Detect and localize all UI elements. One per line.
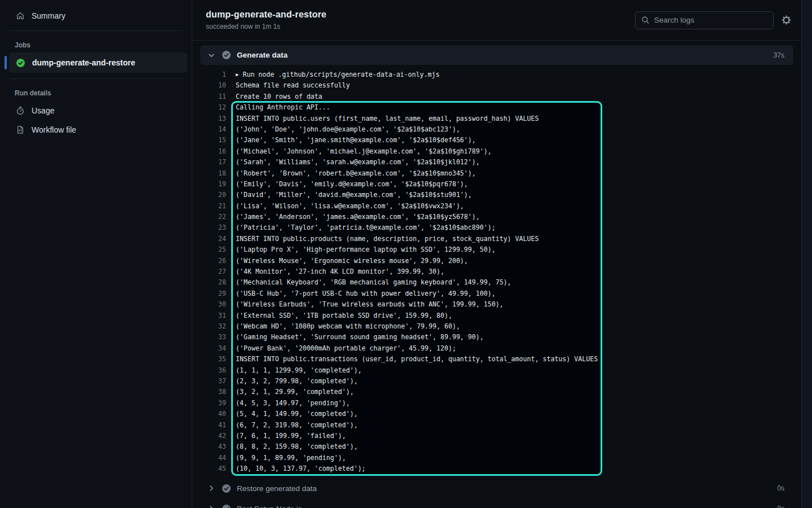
job-name: dump-generate-and-restore <box>32 58 135 67</box>
log-line-number[interactable]: 17 <box>200 157 231 168</box>
log-line-number[interactable]: 34 <box>200 343 231 354</box>
log-line-number[interactable]: 13 <box>200 113 231 124</box>
log-line-text: INSERT INTO public.products (name, descr… <box>231 234 539 244</box>
log-line-number[interactable]: 42 <box>200 431 231 441</box>
log-line-number[interactable]: 40 <box>200 409 231 419</box>
log-line: 31('External SSD', '1TB portable SSD dri… <box>200 310 793 321</box>
step-duration: 0s <box>777 505 784 508</box>
log-line: 30('Wireless Earbuds', 'True wireless ea… <box>200 299 793 310</box>
log-line: 26('Wireless Mouse', 'Ergonomic wireless… <box>200 256 793 266</box>
log-line-number[interactable]: 43 <box>200 441 231 452</box>
log-line-number[interactable]: 20 <box>200 190 231 200</box>
log-line-text: (8, 8, 2, 159.98, 'completed'), <box>231 441 358 452</box>
run-header: dump-generate-and-restore succeeded now … <box>192 0 801 41</box>
log-line-text: ('USB-C Hub', '7-port USB-C hub with pow… <box>231 288 496 299</box>
log-line: 19('Emily', 'Davis', 'emily.d@example.co… <box>200 179 793 190</box>
log-line-number[interactable]: 35 <box>200 354 231 365</box>
log-line: 25('Laptop Pro X', 'High-performance lap… <box>200 244 793 255</box>
log-line-number[interactable]: 28 <box>200 277 231 288</box>
log-line-number[interactable]: 29 <box>200 288 231 299</box>
sidebar-item-usage[interactable]: Usage <box>5 102 187 120</box>
log-line: 10Schema file read successfully <box>200 80 793 91</box>
log-line-number[interactable]: 36 <box>200 365 231 376</box>
gear-icon[interactable] <box>782 15 791 25</box>
log-line-text: ('Laptop Pro X', 'High-performance lapto… <box>231 244 496 255</box>
log-line: 43(8, 8, 2, 159.98, 'completed'), <box>200 441 793 452</box>
log-line-number[interactable]: 39 <box>200 398 231 409</box>
log-line-text: ('Lisa', 'Wilson', 'lisa.w@example.com',… <box>231 201 464 212</box>
chevron-right-icon <box>207 504 216 508</box>
log-line-number[interactable]: 38 <box>200 387 231 397</box>
log-line-number[interactable]: 23 <box>200 222 231 233</box>
log-line-text: (6, 7, 2, 319.98, 'completed'), <box>231 420 358 431</box>
log-line-number[interactable]: 22 <box>200 212 231 222</box>
log-line-number[interactable]: 31 <box>200 310 231 321</box>
run-status-text: succeeded now in 1m 1s <box>206 23 326 30</box>
log-line-text: Schema file read successfully <box>231 80 350 91</box>
sidebar-item-summary[interactable]: Summary <box>5 7 187 25</box>
step-duration: 0s <box>777 484 784 492</box>
log-line-number[interactable]: 27 <box>200 266 231 277</box>
step-header-generate-data[interactable]: Generate data 37s <box>200 45 793 65</box>
step-header-restore-generated-data[interactable]: Restore generated data 0s <box>200 479 793 498</box>
log-line: 20('David', 'Miller', 'david.m@example.c… <box>200 190 793 200</box>
log-line-number[interactable]: 11 <box>200 91 231 102</box>
log-line-number[interactable]: 16 <box>200 146 231 157</box>
log-line-number[interactable]: 1 <box>200 69 231 80</box>
log-line: 27('4K Monitor', '27-inch 4K LCD monitor… <box>200 266 793 277</box>
log-line: 29('USB-C Hub', '7-port USB-C hub with p… <box>200 288 793 299</box>
step-success-check-icon <box>222 484 231 493</box>
stopwatch-icon <box>16 106 25 115</box>
scrollbar-gutter[interactable] <box>801 0 812 508</box>
log-line-text: (3, 2, 1, 29.99, 'completed'), <box>231 387 354 397</box>
log-line-text: ('Robert', 'Brown', 'robert.b@example.co… <box>231 168 476 179</box>
log-line: 42(7, 6, 1, 199.99, 'failed'), <box>200 431 793 441</box>
step-name: Post Setup Node.js <box>237 505 302 508</box>
log-line: 44(9, 9, 1, 89.99, 'pending'), <box>200 453 793 463</box>
log-line-number[interactable]: 37 <box>200 376 231 387</box>
log-line: 28('Mechanical Keyboard', 'RGB mechanica… <box>200 277 793 288</box>
log-line-number[interactable]: 26 <box>200 256 231 266</box>
log-line-text: ('Power Bank', '20000mAh portable charge… <box>231 343 456 354</box>
log-line-text: (5, 4, 1, 149.99, 'completed'), <box>231 409 358 419</box>
workflow-run-page: Summary Jobs dump-generate-and-restore R… <box>0 0 812 508</box>
search-icon <box>641 16 650 24</box>
log-line-number[interactable]: 25 <box>200 244 231 255</box>
log-line-number[interactable]: 33 <box>200 332 231 343</box>
log-line-number[interactable]: 19 <box>200 179 231 190</box>
selected-job-accent-bar <box>5 56 7 69</box>
log-line: 1▶Run node .github/scripts/generate-data… <box>200 69 793 80</box>
log-line-number[interactable]: 18 <box>200 168 231 179</box>
log-line-text: INSERT INTO public.users (first_name, la… <box>231 113 539 124</box>
sidebar-item-label: Usage <box>32 106 54 115</box>
log-line: 39(4, 5, 3, 149.97, 'pending'), <box>200 398 793 409</box>
log-line: 18('Robert', 'Brown', 'robert.b@example.… <box>200 168 793 179</box>
log-line-number[interactable]: 21 <box>200 201 231 212</box>
log-group-toggle-icon[interactable]: ▶ <box>236 72 239 77</box>
log-line-number[interactable]: 15 <box>200 135 231 146</box>
search-logs-box[interactable] <box>635 11 774 29</box>
log-line-text: ('Gaming Headset', 'Surround sound gamin… <box>231 332 484 343</box>
sidebar-item-label: Workflow file <box>32 125 76 134</box>
sidebar-item-workflow-file[interactable]: Workflow file <box>5 121 187 139</box>
search-logs-input[interactable] <box>654 16 767 24</box>
log-line-number[interactable]: 14 <box>200 124 231 135</box>
log-line-number[interactable]: 32 <box>200 321 231 332</box>
log-line: 33('Gaming Headset', 'Surround sound gam… <box>200 332 793 343</box>
log-line-number[interactable]: 30 <box>200 299 231 310</box>
log-line: 38(3, 2, 1, 29.99, 'completed'), <box>200 387 793 397</box>
log-line-number[interactable]: 24 <box>200 234 231 244</box>
file-code-icon <box>16 125 25 134</box>
log-line-text: ('James', 'Anderson', 'james.a@example.c… <box>231 212 480 222</box>
sidebar: Summary Jobs dump-generate-and-restore R… <box>0 0 192 508</box>
log-line-number[interactable]: 41 <box>200 420 231 431</box>
chevron-right-icon <box>207 484 216 493</box>
log-line-number[interactable]: 45 <box>200 463 231 474</box>
step-header-post-setup-nodejs[interactable]: Post Setup Node.js 0s <box>200 499 793 508</box>
sidebar-item-job-dump-generate-and-restore[interactable]: dump-generate-and-restore <box>9 52 187 73</box>
log-line-number[interactable]: 10 <box>200 80 231 91</box>
log-line-number[interactable]: 44 <box>200 453 231 463</box>
log-line-text: ('Patricia', 'Taylor', 'patricia.t@examp… <box>231 222 496 233</box>
log-line-text: (4, 5, 3, 149.97, 'pending'), <box>231 398 350 409</box>
log-line-number[interactable]: 12 <box>200 102 231 113</box>
